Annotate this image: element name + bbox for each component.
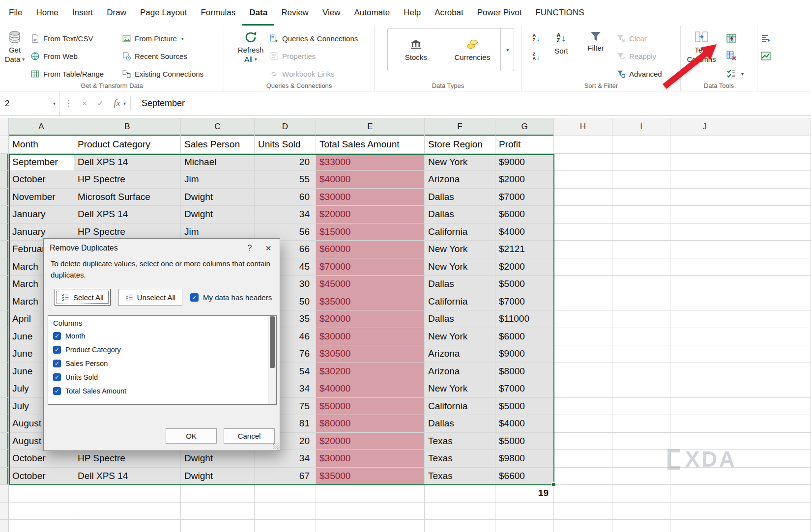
cell-F20[interactable]: Texas <box>425 468 495 485</box>
cell-I2[interactable] <box>612 154 670 171</box>
cell-F12[interactable]: New York <box>425 328 495 346</box>
cell-J13[interactable] <box>670 345 739 363</box>
cell-J1[interactable] <box>670 136 739 154</box>
cell-H23[interactable] <box>554 520 612 532</box>
row-header-9[interactable] <box>0 276 9 293</box>
cell-A3[interactable]: October <box>9 171 74 189</box>
row-header-18[interactable] <box>0 433 9 450</box>
row-header-5[interactable] <box>0 206 9 224</box>
cell-A23[interactable] <box>9 520 74 532</box>
checkbox-checked-icon[interactable]: ✓ <box>53 373 61 381</box>
cell-F9[interactable]: Dallas <box>425 276 495 293</box>
cell-D20[interactable]: 67 <box>255 468 316 485</box>
close-button[interactable]: × <box>259 241 278 255</box>
row-header-2[interactable] <box>0 154 9 171</box>
cell-J21[interactable] <box>670 485 739 503</box>
cell-E1[interactable]: Total Sales Amount <box>316 136 425 154</box>
cell-F8[interactable]: New York <box>425 258 495 276</box>
cell-D4[interactable]: 60 <box>255 189 316 206</box>
cell-E10[interactable]: $35000 <box>316 293 425 311</box>
resize-grip[interactable] <box>273 444 279 449</box>
row-header-14[interactable] <box>0 363 9 381</box>
cell-F3[interactable]: Arizona <box>425 171 495 189</box>
cell-B1[interactable]: Product Category <box>74 136 181 154</box>
refresh-all-button[interactable]: Refresh All▾ <box>236 28 265 83</box>
cell-D5[interactable]: 34 <box>255 206 316 224</box>
cell-H22[interactable] <box>554 503 612 520</box>
cell-G12[interactable]: $6000 <box>495 328 554 346</box>
currencies-button[interactable]: Currencies <box>444 28 501 71</box>
cell-A2[interactable]: September <box>9 154 74 171</box>
cell-H1[interactable] <box>554 136 612 154</box>
cell-E16[interactable]: $50000 <box>316 398 425 416</box>
cell-H20[interactable] <box>554 468 612 485</box>
cell-K1[interactable] <box>739 136 811 154</box>
row-header-20[interactable] <box>0 468 9 485</box>
cell-K4[interactable] <box>739 189 811 206</box>
help-button[interactable]: ? <box>240 241 259 255</box>
cancel-entry-icon[interactable]: × <box>77 99 92 109</box>
row-header-21[interactable] <box>0 485 9 503</box>
from-picture-button[interactable]: From Picture ▾ <box>122 29 203 47</box>
cell-E8[interactable]: $70000 <box>316 258 425 276</box>
cell-G11[interactable]: $11000 <box>495 310 554 328</box>
cell-E11[interactable]: $20000 <box>316 310 425 328</box>
cell-I20[interactable] <box>612 468 670 485</box>
checkbox-checked-icon[interactable]: ✓ <box>53 360 61 367</box>
row-header-11[interactable] <box>0 310 9 328</box>
cell-F2[interactable]: New York <box>425 154 495 171</box>
cell-K2[interactable] <box>739 154 811 171</box>
from-text-csv-button[interactable]: From Text/CSV <box>30 29 104 47</box>
cell-I22[interactable] <box>612 503 670 520</box>
cell-J14[interactable] <box>670 363 739 381</box>
column-header-a[interactable]: A <box>9 118 74 136</box>
cell-H3[interactable] <box>554 171 612 189</box>
cell-J15[interactable] <box>670 380 739 398</box>
cell-H9[interactable] <box>554 276 612 293</box>
cell-J8[interactable] <box>670 258 739 276</box>
cell-H4[interactable] <box>554 189 612 206</box>
column-header-j[interactable]: J <box>670 118 739 136</box>
cell-F11[interactable]: Dallas <box>425 310 495 328</box>
menu-tab-draw[interactable]: Draw <box>100 0 133 26</box>
name-box[interactable]: 2 ▾ <box>0 91 60 115</box>
scrollbar[interactable] <box>268 316 276 404</box>
cell-E15[interactable]: $40000 <box>316 380 425 398</box>
column-header-d[interactable]: D <box>255 118 316 136</box>
cell-A22[interactable] <box>9 503 74 520</box>
cell-I18[interactable] <box>612 433 670 450</box>
cell-A19[interactable]: October <box>9 450 74 468</box>
cell-F21[interactable] <box>425 485 495 503</box>
cell-C4[interactable]: Dwight <box>181 189 255 206</box>
confirm-entry-icon[interactable]: ✓ <box>92 98 109 109</box>
queries-connections-button[interactable]: Queries & Connections <box>269 29 358 47</box>
cell-H19[interactable] <box>554 450 612 468</box>
menu-tab-view[interactable]: View <box>316 0 348 26</box>
row-header-23[interactable] <box>0 520 9 532</box>
cell-F23[interactable] <box>425 520 495 532</box>
cell-F4[interactable]: Dallas <box>425 189 495 206</box>
cell-A5[interactable]: January <box>9 206 74 224</box>
column-header-f[interactable]: F <box>425 118 495 136</box>
cell-F17[interactable]: Dallas <box>425 415 495 433</box>
column-header-e[interactable]: E <box>316 118 425 136</box>
cell-I13[interactable] <box>612 345 670 363</box>
cell-D23[interactable] <box>255 520 316 532</box>
row-header-4[interactable] <box>0 189 9 206</box>
cell-E3[interactable]: $40000 <box>316 171 425 189</box>
column-header-i[interactable]: I <box>612 118 670 136</box>
cell-I9[interactable] <box>612 276 670 293</box>
my-data-has-headers-checkbox[interactable]: ✓ My data has headers <box>190 293 272 302</box>
workbook-links-button[interactable]: Workbook Links <box>269 65 358 83</box>
cell-E23[interactable] <box>316 520 425 532</box>
cell-G23[interactable] <box>495 520 554 532</box>
cell-K13[interactable] <box>739 345 811 363</box>
cell-K3[interactable] <box>739 171 811 189</box>
cell-J23[interactable] <box>670 520 739 532</box>
cell-G16[interactable]: $5000 <box>495 398 554 416</box>
cell-B20[interactable]: Dell XPS 14 <box>74 468 181 485</box>
cell-F13[interactable]: Arizona <box>425 345 495 363</box>
cell-I19[interactable] <box>612 450 670 468</box>
cell-K20[interactable] <box>739 468 811 485</box>
cell-G3[interactable]: $2000 <box>495 171 554 189</box>
